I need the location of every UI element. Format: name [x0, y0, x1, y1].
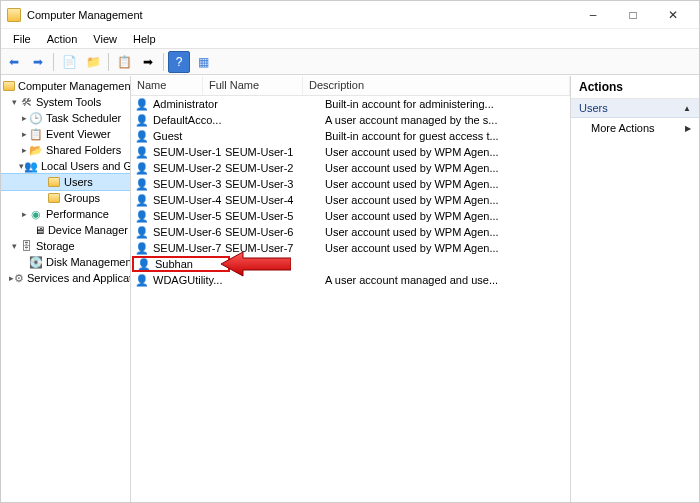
user-full-name: SEUM-User-1 [225, 146, 325, 158]
column-full-name[interactable]: Full Name [203, 76, 303, 95]
tile-icon[interactable]: ▦ [192, 51, 214, 73]
chevron-down-icon[interactable]: ▾ [9, 97, 19, 107]
main-area: Computer Management (Local ▾ 🛠 System To… [1, 75, 699, 503]
chevron-right-icon[interactable]: ▸ [19, 145, 29, 155]
user-icon: 👤 [135, 113, 149, 127]
menu-help[interactable]: Help [125, 31, 164, 47]
user-icon: 👤 [135, 161, 149, 175]
tree-label: Shared Folders [46, 144, 121, 156]
services-icon: ⚙ [14, 271, 24, 285]
user-row[interactable]: 👤DefaultAcco...A user account managed by… [131, 112, 570, 128]
tree-label: Storage [36, 240, 75, 252]
user-description: Built-in account for guest access t... [325, 130, 568, 142]
menu-file[interactable]: File [5, 31, 39, 47]
menu-view[interactable]: View [85, 31, 125, 47]
user-icon: 👤 [135, 145, 149, 159]
tree-disk-management[interactable]: 💽 Disk Management [1, 254, 130, 270]
user-row[interactable]: 👤SEUM-User-3SEUM-User-3User account used… [131, 176, 570, 192]
user-row[interactable]: 👤WDAGUtility...A user account managed an… [131, 272, 570, 288]
users-icon: 👥 [24, 159, 38, 173]
help-icon[interactable]: ? [168, 51, 190, 73]
tree-services-apps[interactable]: ▸ ⚙ Services and Applications [1, 270, 130, 286]
user-full-name: SEUM-User-7 [225, 242, 325, 254]
user-description: User account used by WPM Agen... [325, 162, 568, 174]
user-row[interactable]: 👤SEUM-User-5SEUM-User-5User account used… [131, 208, 570, 224]
user-row[interactable]: 👤SEUM-User-2SEUM-User-2User account used… [131, 160, 570, 176]
user-full-name: SEUM-User-4 [225, 194, 325, 206]
tree-root[interactable]: Computer Management (Local [1, 78, 130, 94]
user-name: WDAGUtility... [153, 274, 225, 286]
user-description: User account used by WPM Agen... [325, 210, 568, 222]
tree-shared-folders[interactable]: ▸ 📂 Shared Folders [1, 142, 130, 158]
tree-label: Disk Management [46, 256, 131, 268]
user-name: Administrator [153, 98, 225, 110]
up-icon[interactable]: 📄 [58, 51, 80, 73]
user-name: SEUM-User-5 [153, 210, 225, 222]
user-row[interactable]: 👤SEUM-User-1SEUM-User-1User account used… [131, 144, 570, 160]
user-description: User account used by WPM Agen... [325, 226, 568, 238]
user-icon: 👤 [135, 129, 149, 143]
back-icon[interactable]: ⬅ [3, 51, 25, 73]
app-icon [7, 8, 21, 22]
user-name: SEUM-User-3 [153, 178, 225, 190]
tree-label: System Tools [36, 96, 101, 108]
tree-system-tools[interactable]: ▾ 🛠 System Tools [1, 94, 130, 110]
user-icon: 👤 [135, 97, 149, 111]
tree-device-manager[interactable]: 🖥 Device Manager [1, 222, 130, 238]
menu-action[interactable]: Action [39, 31, 86, 47]
maximize-button[interactable]: □ [613, 1, 653, 29]
user-row[interactable]: 👤SEUM-User-7SEUM-User-7User account used… [131, 240, 570, 256]
chevron-right-icon[interactable]: ▸ [19, 129, 29, 139]
chevron-down-icon[interactable]: ▾ [9, 241, 19, 251]
close-button[interactable]: ✕ [653, 1, 693, 29]
user-row[interactable]: 👤GuestBuilt-in account for guest access … [131, 128, 570, 144]
caret-right-icon: ▶ [685, 124, 691, 133]
tree-task-scheduler[interactable]: ▸ 🕒 Task Scheduler [1, 110, 130, 126]
actions-section-users[interactable]: Users ▲ [571, 99, 699, 118]
tree-storage[interactable]: ▾ 🗄 Storage [1, 238, 130, 254]
actions-section-label: Users [579, 102, 608, 114]
user-name: SEUM-User-1 [153, 146, 225, 158]
forward-icon[interactable]: ➡ [27, 51, 49, 73]
actions-more-actions[interactable]: More Actions ▶ [571, 118, 699, 138]
tree-label: Task Scheduler [46, 112, 121, 124]
tree-label: Performance [46, 208, 109, 220]
device-icon: 🖥 [34, 223, 45, 237]
export-icon[interactable]: ➡ [137, 51, 159, 73]
user-row[interactable]: 👤AdministratorBuilt-in account for admin… [131, 96, 570, 112]
column-name[interactable]: Name [131, 76, 203, 95]
clock-icon: 🕒 [29, 111, 43, 125]
chevron-right-icon[interactable]: ▸ [19, 209, 29, 219]
tools-icon: 🛠 [19, 95, 33, 109]
toolbar: ⬅ ➡ 📄 📁 📋 ➡ ? ▦ [1, 49, 699, 75]
minimize-button[interactable]: – [573, 1, 613, 29]
tree-label: Event Viewer [46, 128, 111, 140]
user-row[interactable]: 👤SEUM-User-6SEUM-User-6User account used… [131, 224, 570, 240]
tree-performance[interactable]: ▸ ◉ Performance [1, 206, 130, 222]
user-full-name: SEUM-User-3 [225, 178, 325, 190]
tree-event-viewer[interactable]: ▸ 📋 Event Viewer [1, 126, 130, 142]
user-full-name: SEUM-User-5 [225, 210, 325, 222]
caret-up-icon: ▲ [683, 104, 691, 113]
toolbar-separator [53, 53, 54, 71]
tree-pane[interactable]: Computer Management (Local ▾ 🛠 System To… [1, 76, 131, 503]
column-description[interactable]: Description [303, 76, 570, 95]
tree-local-users-groups[interactable]: ▾ 👥 Local Users and Groups [1, 158, 130, 174]
tree-label: Groups [64, 192, 100, 204]
disk-icon: 💽 [29, 255, 43, 269]
refresh-icon[interactable]: 📋 [113, 51, 135, 73]
user-full-name: SEUM-User-2 [225, 162, 325, 174]
actions-title: Actions [571, 76, 699, 99]
tree-label: Computer Management (Local [18, 80, 131, 92]
user-full-name: SEUM-User-6 [225, 226, 325, 238]
list-body[interactable]: 👤AdministratorBuilt-in account for admin… [131, 96, 570, 503]
tree-users[interactable]: Users [1, 174, 130, 190]
folder-icon[interactable]: 📁 [82, 51, 104, 73]
titlebar: Computer Management – □ ✕ [1, 1, 699, 29]
user-row[interactable]: 👤SEUM-User-4SEUM-User-4User account used… [131, 192, 570, 208]
chevron-right-icon[interactable]: ▸ [19, 113, 29, 123]
tree-groups[interactable]: Groups [1, 190, 130, 206]
user-row[interactable]: 👤Subhan [131, 256, 570, 272]
user-icon: 👤 [135, 241, 149, 255]
user-name: SEUM-User-2 [153, 162, 225, 174]
